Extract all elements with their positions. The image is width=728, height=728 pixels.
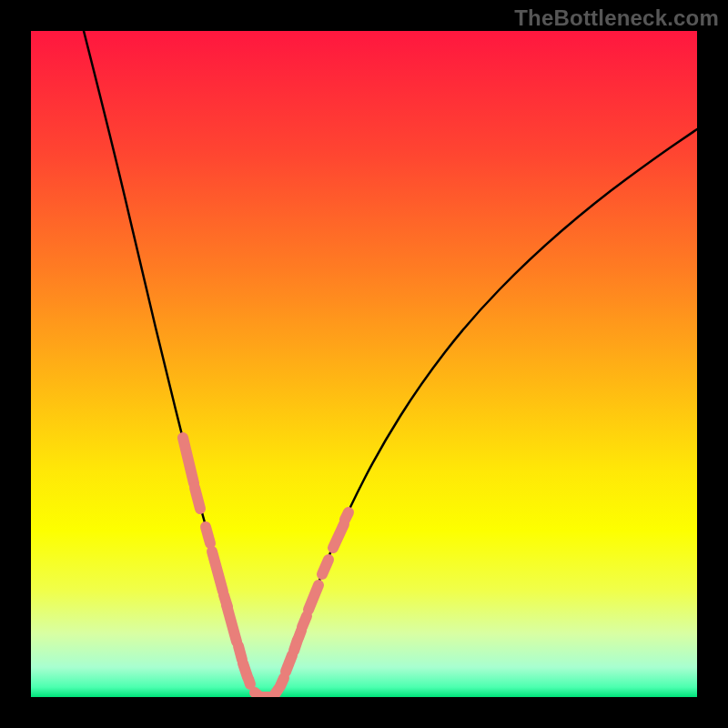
plot-background [31,31,697,697]
plot-area [31,31,697,697]
watermark-text: TheBottleneck.com [514,5,719,31]
highlight-segment [195,488,200,509]
chart-svg [31,31,697,697]
highlight-segment [280,678,284,686]
highlight-segment [302,616,307,627]
highlight-segment [345,512,349,520]
highlight-segment [238,646,242,660]
highlight-segment [248,679,250,684]
highlight-segment [206,527,210,543]
highlight-segment [322,560,329,574]
highlight-segment [286,655,292,672]
chart-container: TheBottleneck.com [0,0,728,728]
